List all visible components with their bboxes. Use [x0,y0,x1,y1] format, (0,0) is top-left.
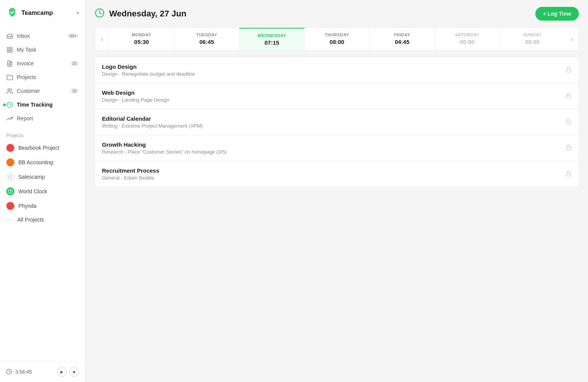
main-header: Wednesday, 27 Jun + Log Time [86,0,588,28]
week-days: MONDAY 05:30 TUESDAY 06:45 WEDNESDAY 07:… [109,28,565,50]
log-time-button[interactable]: + Log Time [535,7,579,21]
inbox-label: Inbox [17,33,30,39]
active-dot [3,104,6,106]
sidebar-item-customer[interactable]: Customer 15 [0,84,85,98]
projects-section-title: Projects [0,128,85,141]
my-task-icon [6,46,13,53]
sidebar-logo[interactable]: Teamcamp ▾ [0,0,85,26]
sidebar-item-report[interactable]: Report [0,112,85,125]
task-info-editorial-calendar: Editorial Calendar Writing - Extreme Pro… [102,115,203,129]
task-name-growth-hacking: Growth Hacking [102,141,226,148]
report-icon [6,115,13,122]
svg-rect-13 [566,95,571,98]
svg-rect-1 [10,47,12,49]
timer-display: 3:56:45 [15,369,32,375]
task-card-editorial-calendar[interactable]: Editorial Calendar Writing - Extreme Pro… [95,109,579,135]
week-day-sunday[interactable]: SUNDAY 00:00 [499,28,565,50]
all-projects-dots-icon: ··· [6,216,13,223]
task-card-logo-design[interactable]: Logo Design Design - Renegotiate budget … [95,57,579,83]
timer-stop-button[interactable]: ■ [69,367,79,377]
report-label: Report [17,115,33,121]
timer-clock-icon [6,369,12,375]
monday-name: MONDAY [132,32,151,37]
saturday-name: SATURDAY [455,32,479,37]
project-bearbook[interactable]: Bearbook Project [0,141,85,155]
project-avatar-bb-accounting [6,158,15,167]
timer-play-button[interactable]: ▶ [57,367,67,377]
project-avatar-world-clock [6,187,15,196]
project-avatar-salescamp [6,173,15,181]
sidebar-item-invoice[interactable]: Invoice 15 [0,57,85,70]
svg-rect-15 [566,147,571,150]
week-prev-button[interactable]: ‹ [95,28,109,50]
my-task-label: My Task [17,47,36,53]
task-lock-growth-hacking [565,144,572,152]
task-sub-web-design: Design - Landing Page Design [102,97,169,103]
task-lock-logo-design [565,66,572,74]
task-list: Logo Design Design - Renegotiate budget … [86,57,588,187]
main-content: Wednesday, 27 Jun + Log Time ‹ MONDAY 05… [86,0,588,382]
task-card-web-design[interactable]: Web Design Design - Landing Page Design [95,83,579,109]
all-projects-item[interactable]: ··· All Projects [0,213,85,226]
logo-chevron-icon: ▾ [77,10,79,16]
invoice-label: Invoice [17,60,34,66]
project-avatar-bearbook [6,144,15,152]
task-info-growth-hacking: Growth Hacking Research - Place "Custome… [102,141,226,155]
task-info-logo-design: Logo Design Design - Renegotiate budget … [102,63,195,77]
project-name-phynda: Phynda [18,203,36,209]
task-lock-web-design [565,92,572,100]
week-day-thursday[interactable]: THURSDAY 08:00 [304,28,370,50]
week-day-tuesday[interactable]: TUESDAY 06:45 [174,28,239,50]
week-nav: ‹ MONDAY 05:30 TUESDAY 06:45 WEDNESDAY 0… [95,28,579,51]
sidebar-item-inbox[interactable]: Inbox 99+ [0,29,85,43]
customer-label: Customer [17,88,40,94]
task-lock-editorial-calendar [565,118,572,126]
sidebar-item-projects[interactable]: Projects [0,70,85,84]
sidebar-item-time-tracking[interactable]: Time Tracking [0,98,85,112]
project-name-salescamp: Salescamp [18,174,45,180]
week-day-friday[interactable]: FRIDAY 04:45 [369,28,435,50]
saturday-time: 00:00 [460,39,474,45]
project-salescamp[interactable]: Salescamp [0,170,85,184]
sunday-name: SUNDAY [523,32,541,37]
task-card-recruitment-process[interactable]: Recruitment Process General - Edwin Beat… [95,161,579,187]
task-card-growth-hacking[interactable]: Growth Hacking Research - Place "Custome… [95,135,579,161]
page-title: Wednesday, 27 Jun [109,9,186,19]
svg-rect-2 [10,50,12,52]
wednesday-name: WEDNESDAY [257,33,286,38]
project-name-bearbook: Bearbook Project [18,145,59,151]
task-sub-logo-design: Design - Renegotiate budget and deadline [102,71,195,77]
task-sub-editorial-calendar: Writing - Extreme Project Management (XP… [102,123,203,129]
svg-point-6 [8,89,10,91]
week-day-wednesday[interactable]: WEDNESDAY 07:15 [239,28,304,50]
task-info-web-design: Web Design Design - Landing Page Design [102,89,169,103]
sidebar-footer: 3:56:45 ▶ ■ [0,361,85,382]
svg-rect-12 [566,69,571,72]
svg-rect-0 [7,47,9,49]
svg-rect-14 [566,121,571,124]
week-next-button[interactable]: › [565,28,578,50]
invoice-icon [6,60,13,67]
sidebar: Teamcamp ▾ Inbox 99+ My Task [0,0,86,382]
thursday-time: 08:00 [330,39,344,45]
task-name-logo-design: Logo Design [102,63,195,70]
svg-rect-16 [566,173,571,176]
thursday-name: THURSDAY [325,32,349,37]
sidebar-item-my-task[interactable]: My Task [0,43,85,57]
project-world-clock[interactable]: World Clock [0,184,85,199]
sidebar-nav: Inbox 99+ My Task Invoice 15 [0,26,85,128]
project-phynda[interactable]: Phynda [0,199,85,213]
all-projects-label: All Projects [17,217,44,223]
page-title-area: Wednesday, 27 Jun [95,8,186,19]
project-bb-accounting[interactable]: BB Accounting [0,155,85,170]
inbox-icon [6,32,13,39]
task-sub-recruitment-process: General - Edwin Beattie [102,175,159,181]
customer-badge: 15 [70,88,79,94]
app-name: Teamcamp [21,10,53,16]
svg-rect-3 [7,50,9,52]
projects-icon [6,74,13,81]
project-name-bb-accounting: BB Accounting [18,159,53,165]
task-name-web-design: Web Design [102,89,169,96]
week-day-saturday[interactable]: SATURDAY 00:00 [435,28,500,50]
week-day-monday[interactable]: MONDAY 05:30 [109,28,174,50]
